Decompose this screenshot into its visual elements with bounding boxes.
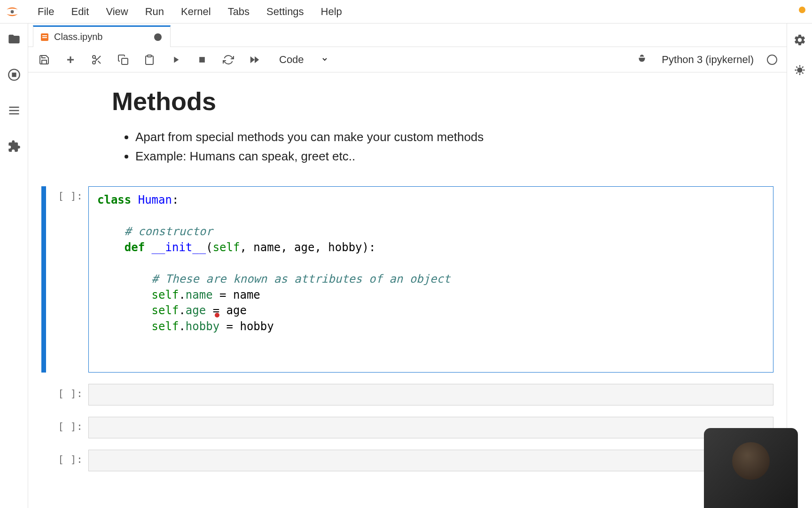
cell-prompt: [ ]:	[53, 186, 88, 373]
code-cell-empty[interactable]: [ ]:	[41, 417, 773, 438]
svg-rect-9	[148, 55, 151, 57]
cell-indicator	[41, 384, 46, 405]
cell-prompt: [ ]:	[53, 384, 88, 405]
svg-rect-5	[42, 37, 47, 38]
kernel-name[interactable]: Python 3 (ipykernel)	[662, 54, 754, 66]
tab-class-notebook[interactable]: Class.ipynb	[33, 25, 171, 47]
cell-prompt: [ ]:	[53, 450, 88, 471]
debug-panel-icon[interactable]	[793, 63, 807, 77]
menu-run[interactable]: Run	[137, 3, 172, 21]
cell-type-value: Code	[279, 54, 304, 66]
bullet-item: Example: Humans can speak, greet etc..	[135, 149, 773, 164]
extensions-icon[interactable]	[7, 139, 21, 153]
save-button[interactable]	[38, 53, 51, 66]
cell-type-select[interactable]: Code	[274, 52, 333, 68]
tab-bar: Class.ipynb	[28, 24, 787, 47]
code-editor[interactable]	[88, 384, 773, 405]
folder-icon[interactable]	[7, 32, 21, 46]
gear-icon[interactable]	[793, 33, 807, 47]
tab-label: Class.ipynb	[54, 32, 102, 42]
cut-button[interactable]	[90, 53, 103, 66]
left-sidebar	[0, 24, 28, 508]
svg-point-7	[93, 61, 95, 64]
menu-settings[interactable]: Settings	[258, 3, 312, 21]
kernel-status-idle[interactable]	[767, 55, 777, 65]
cell-indicator	[41, 186, 46, 373]
code-editor[interactable]	[88, 450, 773, 471]
content-area: Class.ipynb Code Python 3 (ipykernel)	[28, 24, 787, 508]
svg-rect-10	[199, 57, 205, 63]
menu-edit[interactable]: Edit	[62, 3, 97, 21]
cursor-pointer	[215, 313, 219, 318]
menu-kernel[interactable]: Kernel	[172, 3, 219, 21]
code-cell-empty[interactable]: [ ]:	[41, 450, 773, 471]
restart-button[interactable]	[222, 53, 235, 66]
svg-point-11	[797, 67, 803, 73]
code-cell-active[interactable]: [ ]: class Human: # constructor def __in…	[41, 186, 773, 373]
running-icon[interactable]	[7, 68, 21, 82]
code-editor[interactable]	[88, 417, 773, 438]
run-button[interactable]	[169, 53, 182, 66]
stop-button[interactable]	[195, 53, 209, 66]
code-cell-empty[interactable]: [ ]:	[41, 384, 773, 405]
restart-run-all-button[interactable]	[248, 53, 261, 66]
menu-tabs[interactable]: Tabs	[219, 3, 258, 21]
notebook-icon	[40, 32, 49, 42]
svg-point-0	[11, 10, 14, 13]
bullet-item: Apart from special methods you can make …	[135, 130, 773, 144]
menu-help[interactable]: Help	[312, 3, 351, 21]
copy-button[interactable]	[117, 53, 130, 66]
add-cell-button[interactable]	[64, 53, 77, 66]
svg-point-6	[93, 56, 95, 58]
markdown-heading: Methods	[112, 87, 773, 116]
cell-indicator	[41, 450, 46, 471]
svg-rect-8	[122, 58, 128, 64]
window-indicator	[799, 7, 805, 13]
markdown-bullets: Apart from special methods you can make …	[135, 130, 773, 164]
menu-file[interactable]: File	[29, 3, 62, 21]
notebook-toolbar: Code Python 3 (ipykernel)	[28, 47, 787, 72]
chevron-down-icon	[321, 54, 328, 66]
menu-items: File Edit View Run Kernel Tabs Settings …	[29, 3, 351, 21]
toc-icon[interactable]	[7, 103, 21, 118]
notebook-body[interactable]: Methods Apart from special methods you c…	[28, 72, 787, 508]
paste-button[interactable]	[143, 53, 156, 66]
svg-rect-4	[42, 35, 47, 36]
code-editor[interactable]: class Human: # constructor def __init__(…	[88, 186, 773, 373]
menubar: File Edit View Run Kernel Tabs Settings …	[0, 0, 812, 24]
menu-view[interactable]: View	[97, 3, 136, 21]
svg-rect-2	[12, 73, 16, 77]
cell-prompt: [ ]:	[53, 417, 88, 438]
webcam-overlay	[704, 428, 798, 508]
jupyter-logo[interactable]	[4, 3, 21, 20]
cell-indicator	[41, 417, 46, 438]
debug-icon[interactable]	[635, 53, 648, 66]
unsaved-indicator	[154, 33, 162, 41]
